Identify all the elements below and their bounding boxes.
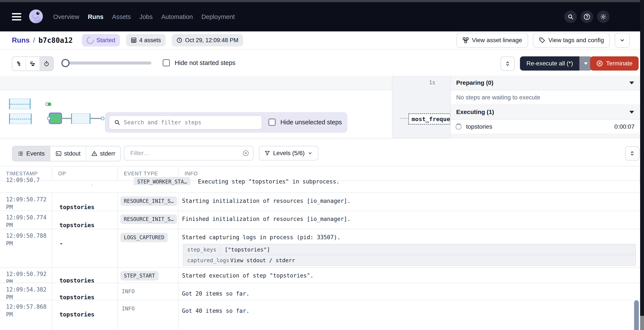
hide-unselected-checkbox[interactable] xyxy=(268,119,276,126)
run-id: b7c80a12 xyxy=(38,36,73,44)
levels-dropdown[interactable]: Levels (5/6) xyxy=(259,146,318,161)
lineage-icon xyxy=(462,37,469,43)
gantt-future-region xyxy=(392,76,450,138)
panel-section-preparing[interactable]: Preparing (0) xyxy=(450,76,644,90)
search-icon xyxy=(114,119,120,126)
hide-unselected-control: Hide unselected steps xyxy=(268,115,342,129)
nav-right-icons xyxy=(564,10,610,23)
slider-thumb[interactable] xyxy=(62,59,70,67)
nav-item-automation[interactable]: Automation xyxy=(161,13,193,20)
gantt-search-box[interactable] xyxy=(109,115,262,130)
log-filter-box[interactable] xyxy=(124,146,254,161)
gantt-zoom-slider[interactable] xyxy=(62,61,152,65)
caret-down-icon xyxy=(629,82,634,84)
table-row[interactable]: 12:09:50.792PM topstories STEP_START Sta… xyxy=(0,268,640,283)
terminate-button[interactable]: Terminate xyxy=(590,56,638,71)
gantt-dotted-connector xyxy=(400,118,409,119)
log-filter-input[interactable] xyxy=(130,150,232,157)
events-list-icon xyxy=(18,151,24,157)
nav-item-runs[interactable]: Runs xyxy=(88,13,104,20)
gantt-marker-dot xyxy=(48,102,51,106)
gantt-dependency-end-circle xyxy=(101,117,104,120)
gantt-step-start-circle xyxy=(47,117,50,120)
gantt-step-not-started-1[interactable] xyxy=(9,99,30,109)
panel-section-errored[interactable]: Errored (0) xyxy=(450,134,644,138)
view-mode-flat-icon[interactable] xyxy=(12,57,26,71)
gantt-time-tick: 1s xyxy=(429,80,435,86)
hide-not-started-control: Hide not started steps xyxy=(162,56,236,70)
top-navbar: Overview Runs Assets Jobs Automation Dep… xyxy=(0,2,644,31)
run-more-actions-button[interactable] xyxy=(615,33,630,48)
hamburger-menu-icon[interactable] xyxy=(12,13,21,20)
run-header-actions: View asset lineage View tags and config xyxy=(456,33,630,48)
hide-unselected-label: Hide unselected steps xyxy=(280,119,342,126)
nav-item-deployment[interactable]: Deployment xyxy=(202,13,235,20)
gantt-step-not-started-2[interactable] xyxy=(9,113,32,124)
clock-icon xyxy=(176,37,182,43)
view-asset-lineage-button[interactable]: View asset lineage xyxy=(456,33,528,48)
view-mode-timed-icon[interactable] xyxy=(40,57,53,71)
app-window: Overview Runs Assets Jobs Automation Dep… xyxy=(0,0,644,330)
caret-down-icon xyxy=(629,111,634,114)
reexecute-all-button[interactable]: Re-execute all (*) xyxy=(520,56,580,71)
run-header: Runs / b7c80a12 Started 4 assets Oct 29,… xyxy=(0,31,644,49)
gantt-timeline-header xyxy=(0,76,450,90)
start-time-badge: Oct 29, 12:09:48 PM xyxy=(172,34,243,46)
log-sort-order-button[interactable] xyxy=(625,146,639,161)
breadcrumb-separator: / xyxy=(33,36,35,44)
gantt-step-planned[interactable] xyxy=(71,113,90,124)
table-row[interactable]: 12:09:57.868PM topstories INFO Got 40 it… xyxy=(0,300,640,330)
warning-triangle-icon xyxy=(91,151,97,157)
help-icon[interactable] xyxy=(581,10,593,23)
panel-executing-step-row[interactable]: topstories 0:00:07 xyxy=(450,120,644,134)
table-row[interactable]: 12:09:50.7PM topstories STEP_WORKER_STA…… xyxy=(0,181,640,193)
clear-filter-icon[interactable] xyxy=(242,150,249,157)
chevron-down-icon xyxy=(308,151,313,156)
run-logs-section: Events stdout stderr Levels (5 xyxy=(0,139,644,330)
search-icon[interactable] xyxy=(564,10,577,23)
caret-down-icon xyxy=(584,62,588,65)
gantt-search-input[interactable] xyxy=(124,119,254,126)
nav-item-jobs[interactable]: Jobs xyxy=(139,13,152,20)
window-top-strip xyxy=(0,0,644,2)
panel-preparing-empty-row: No steps are waiting to execute xyxy=(450,90,644,105)
terminate-icon xyxy=(596,60,603,67)
window-scrollbar-thumb[interactable] xyxy=(640,316,644,330)
table-row[interactable]: 12:09:50.788PM - LOGS_CAPTURED Started c… xyxy=(0,229,640,268)
settings-gear-icon[interactable] xyxy=(597,10,610,23)
gantt-view-mode-group xyxy=(12,56,54,71)
tag-icon xyxy=(539,37,545,43)
panel-expand-collapse-button[interactable] xyxy=(500,57,515,71)
table-row[interactable]: 12:09:50.774PM topstories RESOURCE_INIT_… xyxy=(0,211,640,229)
view-tags-config-button[interactable]: View tags and config xyxy=(533,33,610,48)
window-scrollbar-track[interactable] xyxy=(640,0,644,330)
events-table: TIMESTAMP OP EVENT TYPE INFO 12:09:50.7P… xyxy=(0,166,640,330)
gantt-step-most-frequent[interactable]: most_frequent xyxy=(408,113,450,125)
view-stdout-stderr-link[interactable]: View stdout / stderr xyxy=(226,257,295,264)
events-scrollbar-thumb[interactable] xyxy=(634,300,639,330)
metadata-row: step_keys ["topstories"] xyxy=(183,244,636,255)
gantt-chart: 1s Hide unselected steps most_frequent xyxy=(0,76,450,139)
tab-events[interactable]: Events xyxy=(12,146,50,161)
steps-status-panel: Preparing (0) No steps are waiting to ex… xyxy=(450,76,644,138)
event-metadata-table: step_keys ["topstories"] captured_logs V… xyxy=(183,244,636,266)
table-row[interactable]: 12:09:54.382PM topstories INFO Got 20 it… xyxy=(0,283,640,300)
reexecute-split-button: Re-execute all (*) xyxy=(520,56,592,71)
tab-stdout[interactable]: stdout xyxy=(50,146,86,161)
assets-badge[interactable]: 4 assets xyxy=(126,34,166,46)
hide-not-started-checkbox[interactable] xyxy=(162,59,170,66)
funnel-icon xyxy=(264,150,270,156)
chevron-down-icon xyxy=(619,37,625,43)
metadata-row: captured_logs View stdout / stderr xyxy=(183,255,636,265)
view-mode-waterfall-icon[interactable] xyxy=(26,57,40,71)
nav-item-assets[interactable]: Assets xyxy=(112,13,131,20)
nav-item-overview[interactable]: Overview xyxy=(53,13,79,20)
dagster-logo[interactable] xyxy=(28,8,44,25)
table-row[interactable]: 12:09:50.772PM topstories RESOURCE_INIT_… xyxy=(0,193,640,211)
gantt-step-topstories[interactable] xyxy=(49,113,62,124)
breadcrumb-runs-link[interactable]: Runs xyxy=(12,36,30,44)
panel-section-executing[interactable]: Executing (1) xyxy=(450,105,644,120)
step-spinner-icon xyxy=(455,124,462,130)
tab-stderr[interactable]: stderr xyxy=(86,146,120,161)
status-spinner-icon xyxy=(85,35,96,45)
